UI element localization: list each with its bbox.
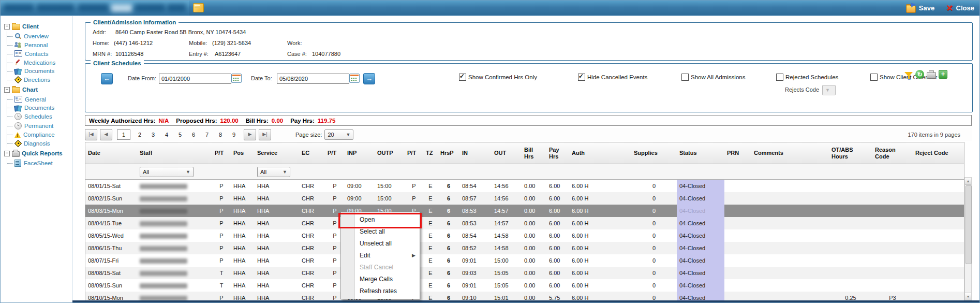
collapse-icon[interactable]: − xyxy=(4,24,10,30)
column-header-status[interactable]: Status xyxy=(677,142,724,164)
column-header-bill-hrs[interactable]: Bill Hrs xyxy=(522,142,546,164)
menu-item-unselect-all[interactable]: Unselect all xyxy=(341,238,420,250)
sidebar-section-client[interactable]: −Client xyxy=(1,21,72,31)
table-row[interactable]: 08/01/15-SatPHHAHHACHRP09:0015:00PE608:5… xyxy=(85,180,964,193)
menu-item-select-all[interactable]: Select all xyxy=(341,226,420,238)
table-row[interactable]: 08/04/15-TuePHHAHHACHRP09:0015:00PE608:5… xyxy=(85,217,964,229)
column-header-auth[interactable]: Auth xyxy=(569,142,631,164)
sidebar-item-schedules[interactable]: Schedules xyxy=(7,112,72,121)
table-row[interactable]: 08/02/15-SunPHHAHHACHRP09:0015:00PE608:5… xyxy=(85,192,964,205)
sidebar-item-facesheet[interactable]: FaceSheet xyxy=(7,158,72,168)
checkbox-input[interactable] xyxy=(578,74,585,81)
sidebar-item-overview[interactable]: Overview xyxy=(7,32,72,40)
first-page-button[interactable]: |◀ xyxy=(85,129,97,140)
column-header-pos[interactable]: Pos xyxy=(231,142,255,164)
refresh-icon[interactable] xyxy=(915,70,924,79)
add-icon[interactable]: + xyxy=(939,70,947,79)
page-number-6[interactable]: 6 xyxy=(189,132,198,138)
scroll-down-icon[interactable]: ▼ xyxy=(965,293,971,300)
column-header-comments[interactable]: Comments xyxy=(751,142,829,164)
page-number-9[interactable]: 9 xyxy=(230,132,238,138)
scroll-up-icon[interactable]: ▲ xyxy=(965,178,971,185)
cell-bill_hrs: 0.00 xyxy=(522,180,546,193)
checkbox-input[interactable] xyxy=(681,74,689,81)
sidebar-item-personal[interactable]: Personal xyxy=(7,40,72,49)
sidebar-item-permanent[interactable]: Permanent xyxy=(7,121,72,131)
table-row[interactable]: 08/03/15-MonPHHAHHACHRP09:0015:00PE608:5… xyxy=(85,205,964,217)
column-header-tz[interactable]: TZ xyxy=(423,142,438,164)
menu-item-edit[interactable]: Edit▶ xyxy=(341,250,420,262)
sidebar-item-documents[interactable]: Documents xyxy=(7,67,72,75)
table-row[interactable]: 08/05/15-WedPHHAHHACHRP09:0015:00PE608:5… xyxy=(85,229,964,242)
prev-page-button[interactable]: ◀ xyxy=(100,129,112,140)
column-header-pay-hrs[interactable]: Pay Hrs xyxy=(546,142,569,164)
column-header-p-t[interactable]: P/T xyxy=(325,142,345,164)
date-to-input[interactable] xyxy=(277,74,349,84)
checkbox-input[interactable] xyxy=(870,74,878,81)
next-page-button[interactable]: ▶ xyxy=(244,129,256,140)
date-to-calendar-icon[interactable] xyxy=(349,74,360,83)
collapse-icon[interactable]: − xyxy=(4,87,10,93)
column-header-staff[interactable]: Staff xyxy=(137,142,212,164)
notes-icon[interactable] xyxy=(193,3,204,12)
checkbox-input[interactable] xyxy=(459,74,466,81)
page-size-select[interactable]: 20 ▼ xyxy=(324,129,353,140)
date-from-calendar-icon[interactable] xyxy=(231,74,242,83)
sidebar-item-general[interactable]: General xyxy=(7,95,72,104)
table-row[interactable]: 08/07/15-FriPHHAHHACHRP09:0015:00PE609:0… xyxy=(85,254,964,267)
save-button[interactable]: Save xyxy=(906,4,934,13)
filter-icon[interactable] xyxy=(904,72,913,77)
page-number-4[interactable]: 4 xyxy=(162,132,171,138)
cell-out: 15:05 xyxy=(492,279,522,292)
staff-filter-select[interactable]: All▼ xyxy=(140,167,194,177)
service-filter-select[interactable]: All▼ xyxy=(257,167,290,177)
page-number-5[interactable]: 5 xyxy=(176,132,184,138)
date-from-input[interactable] xyxy=(159,74,231,84)
sidebar-section-quick-reports[interactable]: −Quick Reports xyxy=(1,148,72,158)
page-number-1[interactable]: 1 xyxy=(117,129,130,140)
column-header-ot-abs-hours[interactable]: OT/ABS Hours xyxy=(829,142,872,164)
print-icon[interactable] xyxy=(927,72,936,79)
next-period-button[interactable]: → xyxy=(363,73,375,84)
grid-scrollbar[interactable]: ▲ ▼ xyxy=(964,177,972,300)
column-header-supplies[interactable]: Supplies xyxy=(631,142,677,164)
sidebar-item-diagnosis[interactable]: Diagnosis xyxy=(7,139,72,148)
collapse-icon[interactable]: − xyxy=(4,151,10,156)
sidebar-item-contacts[interactable]: Contacts xyxy=(7,49,72,58)
page-number-3[interactable]: 3 xyxy=(149,132,157,138)
page-number-8[interactable]: 8 xyxy=(216,132,225,138)
page-number-2[interactable]: 2 xyxy=(136,132,144,138)
checkbox-input[interactable] xyxy=(776,74,783,81)
column-header-service[interactable]: Service xyxy=(255,142,299,164)
menu-item-open[interactable]: Open xyxy=(341,214,420,226)
table-row[interactable]: 08/06/15-ThuPHHAHHACHRP09:0015:00PE608:5… xyxy=(85,242,964,254)
cell-staff xyxy=(137,242,212,254)
sidebar-item-medications[interactable]: Medications xyxy=(7,58,72,67)
scrollbar-thumb[interactable] xyxy=(966,185,972,264)
menu-item-merge-calls[interactable]: Merge Calls xyxy=(341,273,420,285)
column-header-in[interactable]: IN xyxy=(459,142,492,164)
close-button[interactable]: ✕ Close xyxy=(946,4,974,12)
column-header-p-t[interactable]: P/T xyxy=(405,142,423,164)
sidebar-item-documents[interactable]: Documents xyxy=(7,104,72,112)
table-row[interactable]: 08/09/15-SunTHHAHHACHRP09:0015:00PE609:0… xyxy=(85,279,964,292)
page-number-7[interactable]: 7 xyxy=(203,132,211,138)
menu-item-staff-cancel: Staff Cancel xyxy=(341,262,420,273)
prev-period-button[interactable]: ← xyxy=(101,73,113,84)
sidebar-item-compliance[interactable]: Compliance xyxy=(7,131,72,139)
column-header-hrsp[interactable]: HrsP xyxy=(438,142,459,164)
column-header-inp[interactable]: INP xyxy=(345,142,375,164)
column-header-outp[interactable]: OUTP xyxy=(375,142,405,164)
column-header-date[interactable]: Date xyxy=(85,142,137,164)
last-page-button[interactable]: ▶| xyxy=(259,129,271,140)
column-header-reject-code[interactable]: Reject Code xyxy=(913,142,964,164)
menu-item-refresh-rates[interactable]: Refresh rates xyxy=(341,285,420,297)
column-header-reason-code[interactable]: Reason Code xyxy=(872,142,913,164)
sidebar-section-chart[interactable]: −Chart xyxy=(1,84,72,94)
sidebar-item-directions[interactable]: Directions xyxy=(7,75,72,84)
column-header-out[interactable]: OUT xyxy=(492,142,522,164)
column-header-p-t[interactable]: P/T xyxy=(212,142,231,164)
table-row[interactable]: 08/08/15-SatTHHAHHACHRP09:0015:00PE609:0… xyxy=(85,267,964,279)
column-header-ec[interactable]: EC xyxy=(299,142,325,164)
column-header-prn[interactable]: PRN xyxy=(724,142,751,164)
